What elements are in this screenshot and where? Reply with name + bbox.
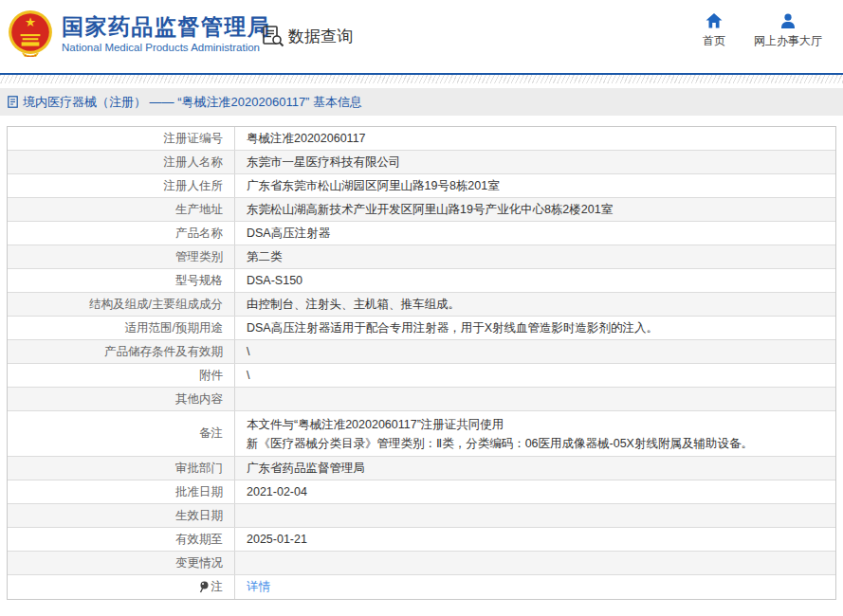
- row-value: 本文件与“粤械注准20202060117”注册证共同使用 新《医疗器械分类目录》…: [235, 411, 835, 456]
- remark-line: 新《医疗器械分类目录》管理类别：Ⅱ类，分类编码：06医用成像器械-05X射线附属…: [247, 434, 753, 453]
- row-value: \: [235, 340, 835, 363]
- row-value: 广东省东莞市松山湖园区阿里山路19号8栋201室: [235, 174, 835, 197]
- table-row: 型号规格 DSA-S150: [8, 269, 835, 293]
- row-value: [235, 552, 835, 574]
- table-row-remarks: 备注 本文件与“粤械注准20202060117”注册证共同使用 新《医疗器械分类…: [8, 411, 835, 457]
- remark-line: 本文件与“粤械注准20202060117”注册证共同使用: [247, 415, 504, 434]
- row-label: 注册证编号: [8, 127, 235, 150]
- table-row: 批准日期 2021-02-04: [8, 480, 835, 504]
- site-title: 国家药品监督管理局: [62, 14, 271, 39]
- row-value: [235, 504, 835, 527]
- data-query-tab[interactable]: 数据查询: [263, 26, 353, 47]
- table-row: 注册人名称 东莞市一星医疗科技有限公司: [8, 151, 835, 174]
- row-value: 2021-02-04: [235, 480, 835, 503]
- row-value: [235, 388, 835, 410]
- row-label: 有效期至: [8, 528, 235, 551]
- page-header: ★ 国家药品监督管理局 National Medical Products Ad…: [0, 0, 843, 73]
- pin-icon: [199, 581, 209, 593]
- row-value: 粤械注准20202060117: [235, 127, 835, 150]
- row-label: 生产地址: [8, 198, 235, 221]
- home-link[interactable]: 首页: [703, 13, 725, 49]
- document-icon: [8, 96, 18, 108]
- logo-link[interactable]: ★ 国家药品监督管理局 National Medical Products Ad…: [8, 9, 271, 57]
- header-quick-links: 首页 网上办事大厅: [703, 13, 822, 49]
- row-value: DSA-S150: [235, 269, 835, 292]
- row-value: 第二类: [235, 245, 835, 268]
- table-row: 附件 \: [8, 364, 835, 388]
- svg-text:★: ★: [25, 15, 36, 29]
- table-row: 有效期至 2025-01-21: [8, 528, 835, 552]
- row-label: 注册人住所: [8, 174, 235, 197]
- row-value: 由控制台、注射头、主机箱、推车组成。: [235, 293, 835, 316]
- breadcrumb-text: 境内医疗器械（注册） —— “粤械注准20202060117” 基本信息: [23, 94, 362, 111]
- table-row: 管理类别 第二类: [8, 245, 835, 269]
- table-row: 生产地址 东莞松山湖高新技术产业开发区阿里山路19号产业化中心8栋2楼201室: [8, 198, 835, 222]
- row-value: 东莞松山湖高新技术产业开发区阿里山路19号产业化中心8栋2楼201室: [235, 198, 835, 221]
- registration-info-table: 注册证编号 粤械注准20202060117 注册人名称 东莞市一星医疗科技有限公…: [7, 126, 836, 600]
- table-row: 产品名称 DSA高压注射器: [8, 222, 835, 245]
- row-label: 产品名称: [8, 222, 235, 245]
- home-icon: [706, 13, 723, 28]
- row-label: 适用范围/预期用途: [8, 317, 235, 339]
- detail-link[interactable]: 详情: [247, 579, 270, 595]
- table-row: 适用范围/预期用途 DSA高压注射器适用于配合专用注射器，用于X射线血管造影时造…: [8, 317, 835, 340]
- table-row: 变更情况: [8, 552, 835, 575]
- breadcrumb: 境内医疗器械（注册） —— “粤械注准20202060117” 基本信息: [0, 88, 843, 116]
- row-value: DSA高压注射器: [235, 222, 835, 245]
- table-row: 注册人住所 广东省东莞市松山湖园区阿里山路19号8栋201室: [8, 174, 835, 198]
- data-query-label: 数据查询: [288, 26, 353, 47]
- row-label: 管理类别: [8, 245, 235, 268]
- logo-titles: 国家药品监督管理局 National Medical Products Admi…: [62, 14, 271, 53]
- row-label: 附件: [8, 364, 235, 387]
- row-label: 型号规格: [8, 269, 235, 292]
- document-search-icon: [263, 26, 285, 47]
- row-label: 审批部门: [8, 457, 235, 480]
- row-value: 详情: [235, 575, 835, 599]
- row-label: 生效日期: [8, 504, 235, 527]
- online-service-hall-link[interactable]: 网上办事大厅: [754, 13, 822, 49]
- home-link-label: 首页: [703, 33, 725, 49]
- row-label: 结构及组成/主要组成成分: [8, 293, 235, 316]
- row-label: 注: [8, 575, 235, 599]
- user-icon: [780, 13, 796, 28]
- table-row: 其他内容: [8, 388, 835, 411]
- table-row: 产品储存条件及有效期 \: [8, 340, 835, 364]
- row-label: 批准日期: [8, 480, 235, 503]
- row-label: 其他内容: [8, 388, 235, 410]
- table-row: 注册证编号 粤械注准20202060117: [8, 127, 835, 151]
- site-subtitle: National Medical Products Administration: [62, 42, 271, 53]
- table-row: 结构及组成/主要组成成分 由控制台、注射头、主机箱、推车组成。: [8, 293, 835, 317]
- row-value: 广东省药品监督管理局: [235, 457, 835, 480]
- row-value: DSA高压注射器适用于配合专用注射器，用于X射线血管造影时造影剂的注入。: [235, 317, 835, 339]
- row-label: 备注: [8, 411, 235, 456]
- row-value: 2025-01-21: [235, 528, 835, 551]
- online-service-hall-label: 网上办事大厅: [754, 33, 822, 49]
- row-label: 产品储存条件及有效期: [8, 340, 235, 363]
- row-label: 变更情况: [8, 552, 235, 574]
- note-label: 注: [211, 579, 224, 595]
- row-label: 注册人名称: [8, 151, 235, 173]
- row-value: 东莞市一星医疗科技有限公司: [235, 151, 835, 173]
- table-row: 审批部门 广东省药品监督管理局: [8, 457, 835, 480]
- table-row: 生效日期: [8, 504, 835, 528]
- hatch-band: [0, 75, 843, 83]
- row-value: \: [235, 364, 835, 387]
- national-emblem-icon: ★: [8, 9, 53, 57]
- table-row-note: 注 详情: [8, 575, 835, 599]
